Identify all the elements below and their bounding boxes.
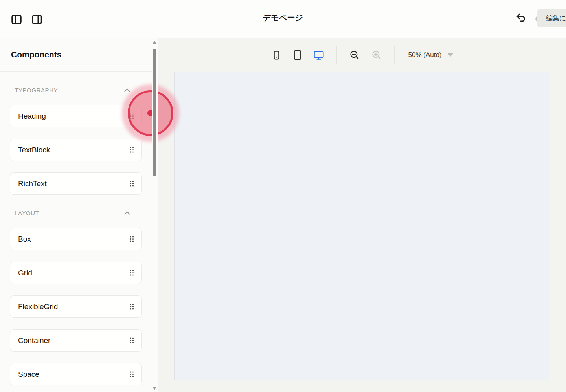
sidebar-header: Components [0,38,152,72]
top-bar: デモページ 編集に [0,0,566,38]
zoom-out-icon [349,50,360,60]
undo-icon [516,13,527,24]
component-item-label: Grid [18,269,32,277]
viewport-tablet-button[interactable] [292,49,303,61]
sidebar-title: Components [11,50,152,59]
component-item-label: Space [18,370,39,379]
page-title: デモページ [0,13,566,23]
drag-handle-icon[interactable] [129,337,134,344]
zoom-level-dropdown[interactable]: 50% (Auto) [406,51,453,59]
component-item-label: FlexibleGrid [18,302,58,311]
components-sidebar: Components TYPOGRAPHY Heading TextBlock [0,38,152,392]
zoom-in-icon [371,50,382,60]
component-item-label: TextBlock [18,146,50,154]
sidebar-scrollbar[interactable] [152,38,158,392]
editor-main-area: 50% (Auto) [158,38,566,392]
section-label: TYPOGRAPHY [15,87,58,93]
component-item[interactable]: RichText [10,172,142,195]
component-item[interactable]: FlexibleGrid [10,295,142,318]
component-item-label: Container [18,336,50,345]
component-item-label: RichText [18,180,47,188]
zoom-level-label: 50% (Auto) [408,51,441,59]
page-preview-canvas[interactable] [174,72,550,380]
viewport-desktop-button[interactable] [313,49,325,61]
component-item-label: Heading [18,112,46,121]
drag-handle-icon[interactable] [129,113,134,119]
tablet-icon [292,50,303,60]
chevron-down-icon [448,53,453,57]
toolbar-divider [394,46,395,64]
scrollbar-down-arrow[interactable] [153,387,156,390]
component-item[interactable]: Heading [10,105,142,127]
component-list: TYPOGRAPHY Heading TextBlock [0,87,152,385]
drag-handle-icon[interactable] [129,147,134,153]
smartphone-icon [272,50,281,60]
component-item[interactable]: Container [10,329,142,352]
zoom-in-button[interactable] [371,49,382,61]
scrollbar-thumb[interactable] [153,49,156,176]
component-item[interactable]: TextBlock [10,139,142,161]
drag-handle-icon[interactable] [129,303,134,310]
component-item[interactable]: Box [10,228,142,250]
toolbar-divider [336,46,337,64]
component-section: LAYOUT Box Grid [10,210,142,385]
zoom-out-button[interactable] [349,49,360,61]
section-label: LAYOUT [15,210,39,216]
canvas-toolbar: 50% (Auto) [158,45,566,65]
component-item[interactable]: Grid [10,262,142,284]
drag-handle-icon[interactable] [129,371,134,377]
component-section: TYPOGRAPHY Heading TextBlock [10,87,142,195]
component-item-label: Box [18,235,31,244]
viewport-phone-button[interactable] [270,49,282,61]
chevron-up-icon [124,211,130,215]
section-items: Box Grid FlexibleGrid [10,228,142,385]
drag-handle-icon[interactable] [129,180,134,187]
section-header[interactable]: TYPOGRAPHY [15,87,142,93]
chevron-up-icon [124,88,130,92]
undo-button[interactable] [515,12,527,24]
edit-mode-button[interactable]: 編集に [537,9,566,27]
monitor-icon [313,50,324,60]
section-header[interactable]: LAYOUT [15,210,142,216]
drag-handle-icon[interactable] [129,269,134,276]
component-item[interactable]: Space [10,363,142,385]
scrollbar-up-arrow[interactable] [153,41,156,44]
section-items: Heading TextBlock RichText [10,105,142,195]
drag-handle-icon[interactable] [129,236,134,242]
